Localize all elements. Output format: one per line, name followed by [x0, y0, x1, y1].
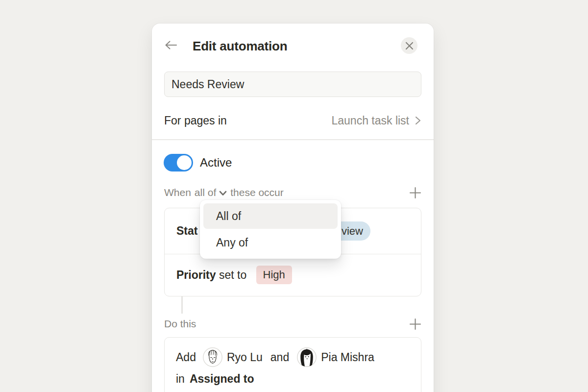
page-background: { "colors": { "accent_blue": "#2E8BE6", …	[0, 0, 588, 392]
when-prefix: When	[164, 187, 191, 198]
ryo-lu-avatar	[203, 347, 222, 367]
action-sentence-line2: in Assigned to	[176, 372, 410, 386]
plus-icon	[409, 187, 421, 199]
trigger-header-text: When all of these occur	[164, 187, 284, 198]
active-toggle[interactable]	[164, 154, 193, 172]
action-verb: Add	[176, 351, 196, 364]
match-mode-value: all of	[195, 187, 216, 198]
scope-row: For pages in Launch task list	[164, 112, 421, 129]
scope-selector[interactable]: Launch task list	[331, 114, 421, 127]
chevron-right-icon	[415, 115, 421, 126]
action-preposition: in	[176, 372, 185, 386]
action-sentence-line1: Add Ryo Lu and	[176, 347, 410, 367]
condition-priority-operator: set to	[216, 269, 250, 282]
dropdown-item-all-of[interactable]: All of	[203, 203, 338, 229]
plus-icon	[409, 318, 421, 330]
scope-value-text: Launch task list	[331, 114, 409, 127]
scope-label: For pages in	[164, 114, 227, 127]
toggle-knob	[177, 155, 192, 170]
arrow-left-icon	[164, 39, 177, 51]
when-suffix: these occur	[230, 187, 284, 198]
match-mode-selector[interactable]: all of	[195, 187, 227, 198]
add-action-button[interactable]	[409, 318, 421, 330]
condition-priority-row[interactable]: Priority set to High	[165, 254, 421, 295]
flow-connector-line	[181, 296, 183, 314]
action-property: Assigned to	[190, 372, 254, 386]
automation-name-input[interactable]	[164, 72, 421, 97]
section-divider	[152, 139, 434, 140]
match-mode-dropdown: All of Any of	[200, 200, 341, 259]
condition-status-property: Stat	[176, 224, 197, 238]
condition-priority-property: Priority	[176, 269, 216, 282]
action-card[interactable]: Add Ryo Lu and	[164, 337, 421, 392]
action-person2: Pia Mishra	[321, 351, 374, 364]
action-conjunction: and	[270, 351, 289, 364]
close-icon	[405, 42, 414, 50]
action-section-label: Do this	[164, 318, 196, 330]
priority-value-pill: High	[256, 266, 292, 284]
action-person1: Ryo Lu	[227, 351, 263, 364]
chevron-down-icon	[219, 191, 227, 196]
edit-automation-dialog: Edit automation For pages in Launch task…	[152, 24, 434, 392]
trigger-header-row: When all of these occur	[164, 186, 421, 199]
add-trigger-button[interactable]	[409, 186, 421, 199]
dropdown-item-any-of[interactable]: Any of	[203, 230, 338, 255]
active-label: Active	[200, 156, 232, 170]
page-title: Edit automation	[193, 38, 287, 54]
active-row: Active	[164, 154, 232, 172]
pia-mishra-avatar	[297, 347, 317, 367]
back-button[interactable]	[163, 37, 178, 53]
close-button[interactable]	[401, 37, 417, 54]
action-header-row: Do this	[164, 318, 421, 330]
